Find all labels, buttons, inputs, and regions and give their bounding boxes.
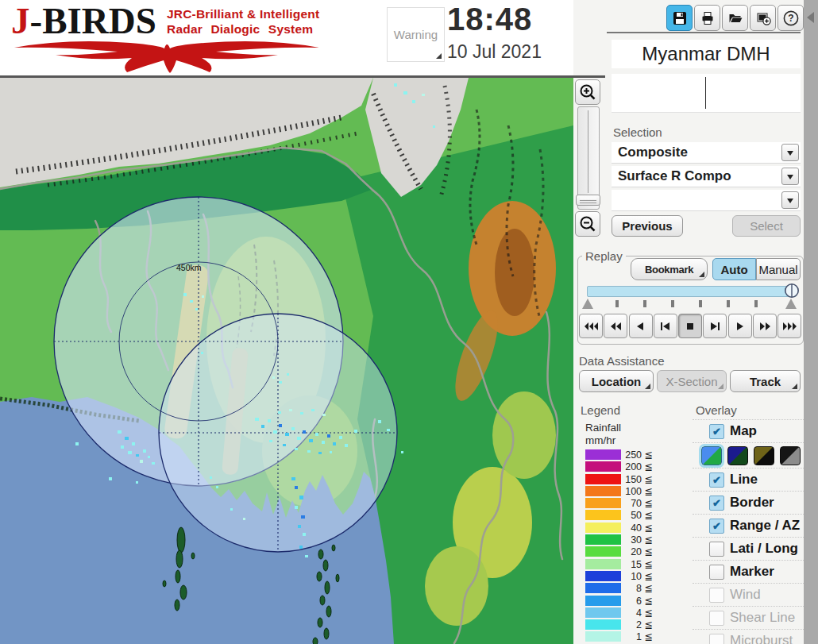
replay-slider-thumb[interactable] [784,283,800,299]
fast-forward-icon [758,322,773,331]
product-combo-2-arrow[interactable] [781,168,799,185]
forward-end-button[interactable] [777,314,801,338]
overlay-row-lati-long[interactable]: Lati / Long [693,538,804,561]
rain-echo [299,546,303,549]
legend-unit: mm/hr [585,434,689,447]
overlay-row-map[interactable]: ✔Map [693,420,804,443]
rain-echo [309,439,313,442]
rain-echo [230,508,233,511]
manual-button[interactable]: Manual [756,258,801,280]
product-combo-3-arrow[interactable] [781,191,799,209]
warning-button[interactable]: Warning [387,7,445,62]
play-back-button[interactable] [629,314,653,338]
legend-item: 100 ≦ [585,486,689,496]
island [176,550,183,568]
replay-label: Replay [582,249,626,263]
slider-start-marker[interactable] [582,299,593,309]
rain-echo [121,445,124,449]
rain-echo [255,418,259,421]
help-button[interactable]: ? [777,5,804,31]
bookmark-button[interactable]: Bookmark [631,258,708,280]
rain-echo [305,555,308,557]
checkbox[interactable]: ✔ [709,496,724,511]
island [318,618,322,627]
island [326,606,331,617]
legend-color-chip [585,486,621,496]
island [175,600,179,611]
rain-echo [322,441,325,444]
legend-value: 50 ≦ [621,509,653,521]
island [180,585,187,600]
legend-item: 4 ≦ [585,607,689,618]
product-combo-1-arrow[interactable] [781,144,799,161]
checkbox[interactable] [709,565,724,580]
overlay-row-wind[interactable]: Wind [693,584,804,607]
overlay-label: Overlay [696,403,737,417]
map-style-swatch-1[interactable] [701,446,722,465]
overlay-row-line[interactable]: ✔Line [693,469,804,492]
map-style-swatch-3[interactable] [754,446,774,465]
map-zoom-in-button[interactable] [575,79,600,105]
select-button[interactable]: Select [732,215,801,237]
add-image-button[interactable] [750,5,776,31]
auto-button[interactable]: Auto [712,258,756,280]
rain-echo [289,409,292,411]
fast-forward-button[interactable] [753,314,777,338]
zoom-in-icon [578,83,597,102]
slider-end-marker[interactable] [785,299,797,309]
product-combo-2[interactable]: Surface R Compo [612,166,801,187]
rain-echo [128,451,132,454]
checkbox[interactable]: ✔ [709,472,724,488]
rain-echo [339,436,342,439]
rain-echo [295,486,298,489]
open-folder-button[interactable] [722,5,748,31]
map-style-swatch-2[interactable] [727,446,748,465]
collapse-arrow-icon[interactable] [807,12,814,23]
map-style-swatch-4[interactable] [780,446,801,465]
legend-color-chip [585,619,621,630]
overlay-row-marker[interactable]: Marker [693,561,804,584]
step-forward-button[interactable] [703,314,727,338]
xsection-button[interactable]: X-Section [657,370,727,392]
legend-color-chip [585,596,621,606]
play-button[interactable] [728,314,752,338]
legend-color-chip [585,534,621,545]
stop-button[interactable] [678,314,702,338]
map-zoom-slider[interactable] [577,106,600,210]
legend-item: 1 ≦ [585,631,689,642]
print-button[interactable] [694,5,720,31]
step-back-button[interactable] [654,314,677,338]
overlay-item-label: Lati / Long [730,541,798,557]
checkbox[interactable] [709,542,724,557]
rewind-button[interactable] [604,314,627,338]
panel-collapse-strip[interactable] [804,0,818,644]
legend-color-chip [585,510,621,520]
track-button[interactable]: Track [730,370,801,392]
previous-button[interactable]: Previous [612,215,683,237]
checkbox [709,588,724,603]
checkbox[interactable]: ✔ [709,519,724,534]
overlay-row-microburst[interactable]: Microburst [693,630,804,644]
checkbox[interactable]: ✔ [709,424,724,439]
legend-color-chip [585,559,621,569]
logo-rest: -BIRDS [30,0,156,41]
product-combo-3[interactable] [612,190,801,211]
map-zoom-out-button[interactable] [575,211,600,237]
map-zoom-slider-thumb[interactable] [576,195,600,206]
rain-echo [210,476,212,479]
select-label: Select [750,219,783,233]
rain-echo [190,300,193,303]
legend-value: 1 ≦ [621,631,653,642]
island [177,527,185,553]
logo-subtitle-2: Radar Dialogic System [167,21,319,37]
location-button[interactable]: Location [579,370,654,392]
overlay-row-border[interactable]: ✔Border [693,492,804,515]
save-button[interactable] [666,5,693,31]
radar-map[interactable]: 450km [0,78,573,644]
svg-text:?: ? [788,13,793,24]
rewind-start-button[interactable] [579,314,603,338]
overlay-row-shear-line[interactable]: Shear Line [693,607,804,630]
overlay-row-range-az[interactable]: ✔Range / AZ [693,515,804,538]
product-combo-1[interactable]: Composite [612,142,801,164]
replay-slider-track[interactable] [587,286,797,297]
